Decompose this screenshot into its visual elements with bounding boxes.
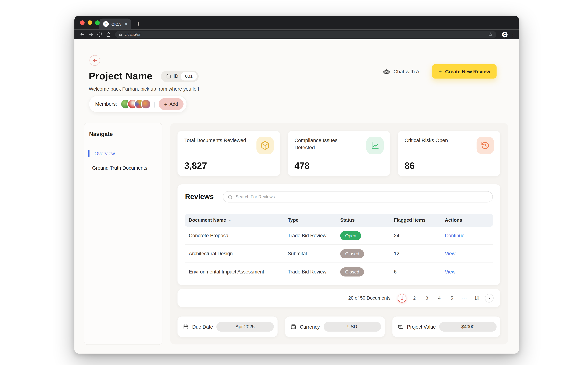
- due-date-label: Due Date: [192, 324, 213, 330]
- browser-toolbar: cica.io/en C ⋮: [74, 29, 519, 39]
- lock-icon: [118, 33, 122, 36]
- status-badge: Open: [340, 231, 361, 240]
- stat-value: 478: [294, 161, 309, 171]
- desktop-background: C CICA × + cica.io/: [0, 0, 588, 365]
- extension-logo-icon[interactable]: C: [502, 32, 507, 37]
- calendar-icon: [183, 324, 189, 330]
- bookmark-star-icon[interactable]: [488, 32, 493, 37]
- cell-type: Submital: [288, 251, 340, 257]
- create-new-review-label: Create New Review: [445, 69, 490, 74]
- navigate-sidebar: Navigate Overview Ground Truth Documents: [84, 123, 162, 345]
- browser-reload-icon[interactable]: [95, 30, 104, 38]
- table-row: Environmental Impact Assessment Trade Bi…: [185, 263, 493, 281]
- cell-type: Trade Bid Review: [288, 233, 340, 238]
- next-page-button[interactable]: [485, 294, 494, 302]
- address-bar[interactable]: cica.io/en: [115, 31, 496, 38]
- cell-document-name: Concrete Proposal: [189, 233, 288, 238]
- page-button-2[interactable]: 2: [410, 294, 419, 302]
- browser-forward-icon[interactable]: [87, 30, 95, 38]
- url-host: cica.io: [125, 32, 136, 37]
- page-button-5[interactable]: 5: [447, 294, 456, 302]
- briefcase-icon: [165, 73, 171, 79]
- sidebar-item-overview[interactable]: Overview: [84, 146, 162, 161]
- browser-tab-strip: C CICA × +: [74, 16, 519, 29]
- window-close-button[interactable]: [80, 21, 85, 25]
- cell-type: Trade Bid Review: [288, 269, 340, 274]
- page-title: Project Name: [89, 70, 152, 82]
- create-new-review-button[interactable]: + Create New Review: [432, 64, 497, 78]
- due-date-value[interactable]: Apr 2025: [216, 322, 274, 331]
- window-minimize-button[interactable]: [88, 21, 92, 25]
- search-icon: [227, 194, 233, 200]
- sort-caret-icon: ▼: [228, 219, 231, 222]
- status-badge: Closed: [340, 267, 364, 276]
- column-actions: Actions: [445, 218, 493, 223]
- project-value-label: Project Value: [407, 324, 436, 330]
- back-button[interactable]: [90, 55, 100, 66]
- line-chart-icon: [367, 137, 384, 154]
- window-zoom-button[interactable]: [95, 21, 100, 25]
- reviews-panel: Reviews Document Name▼ Type Status: [178, 184, 500, 285]
- column-document-name[interactable]: Document Name▼: [189, 218, 288, 223]
- currency-card: Currency USD: [285, 316, 385, 337]
- tab-title: CICA: [111, 22, 121, 26]
- avatar[interactable]: [141, 99, 151, 109]
- id-value: 001: [181, 72, 197, 80]
- browser-menu-icon[interactable]: ⋮: [511, 32, 516, 37]
- due-date-card: Due Date Apr 2025: [178, 316, 277, 337]
- table-header: Document Name▼ Type Status Flagged Items…: [185, 214, 493, 227]
- history-clock-icon: [477, 137, 494, 154]
- main-column: Total Documents Reviewed 3,827 Complianc…: [178, 131, 500, 337]
- browser-back-icon[interactable]: [78, 30, 86, 38]
- page-button-3[interactable]: 3: [423, 294, 431, 302]
- project-id-badge: ID 001: [161, 70, 199, 82]
- column-status: Status: [340, 218, 394, 223]
- members-label: Members:: [95, 101, 117, 107]
- stat-label: Critical Risks Open: [405, 137, 467, 144]
- page-button-10[interactable]: 10: [472, 294, 481, 302]
- sidebar-item-ground-truth-documents[interactable]: Ground Truth Documents: [84, 161, 162, 175]
- stat-label: Compliance Issues Detected: [294, 137, 357, 151]
- tab-close-icon[interactable]: ×: [125, 21, 128, 27]
- wallet-icon: [290, 324, 296, 330]
- status-badge: Closed: [340, 249, 364, 258]
- stat-card-compliance-issues: Compliance Issues Detected 478: [288, 131, 390, 176]
- browser-home-icon[interactable]: [104, 30, 112, 38]
- project-value-value[interactable]: $4000: [439, 322, 497, 331]
- add-member-button[interactable]: + Add: [159, 98, 184, 110]
- currency-value[interactable]: USD: [324, 322, 381, 331]
- new-tab-button[interactable]: +: [137, 21, 140, 27]
- reviews-table: Document Name▼ Type Status Flagged Items…: [185, 214, 493, 281]
- column-flagged-items: Flagged Items: [394, 218, 445, 223]
- chat-with-ai-label: Chat with AI: [394, 69, 421, 74]
- app-content: Project Name ID 001 Welcome back Farhan,…: [74, 39, 519, 354]
- stat-value: 86: [405, 161, 415, 171]
- reviews-search: [223, 191, 493, 203]
- page-button-1[interactable]: 1: [398, 294, 406, 302]
- reviews-header: Reviews: [178, 184, 500, 203]
- pagination-ellipsis: ···: [460, 294, 469, 302]
- package-icon: [256, 137, 274, 154]
- row-action-link[interactable]: View: [445, 251, 455, 257]
- sidebar-title: Navigate: [89, 131, 162, 137]
- banknote-icon: [397, 324, 403, 330]
- members-divider: |: [154, 101, 155, 107]
- page-button-4[interactable]: 4: [435, 294, 444, 302]
- top-actions: Chat with AI + Create New Review: [383, 64, 497, 78]
- cell-flagged-items: 24: [394, 233, 445, 238]
- row-action-link[interactable]: View: [445, 269, 455, 274]
- robot-icon: [383, 68, 390, 75]
- id-label: ID: [174, 74, 178, 79]
- table-row: Architectural Design Submital Closed 12 …: [185, 245, 493, 263]
- cell-flagged-items: 6: [394, 269, 445, 274]
- plus-icon: +: [438, 68, 442, 75]
- stat-value: 3,827: [184, 161, 207, 171]
- search-input[interactable]: [223, 191, 492, 202]
- chat-with-ai-button[interactable]: Chat with AI: [383, 68, 421, 75]
- window-controls: [80, 21, 100, 25]
- browser-window: C CICA × + cica.io/: [74, 16, 519, 353]
- chevron-right-icon: [487, 296, 491, 300]
- row-action-link[interactable]: Continue: [445, 233, 464, 238]
- browser-tab[interactable]: C CICA ×: [99, 19, 131, 30]
- url-path: /en: [136, 32, 141, 37]
